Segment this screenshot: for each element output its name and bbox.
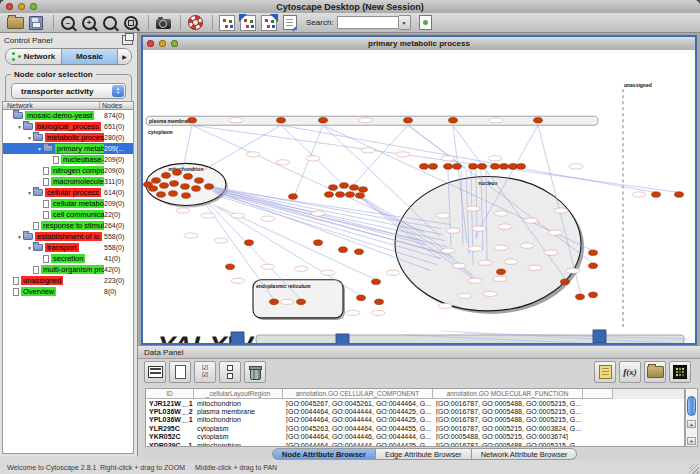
layout-icon-1-button[interactable] [239, 14, 257, 32]
network-node[interactable] [453, 164, 462, 170]
network-node[interactable] [517, 164, 526, 170]
search-dropdown-icon[interactable]: ▼ [399, 15, 411, 30]
network-node[interactable] [192, 186, 201, 192]
column-header-_cellularLayoutRegion[interactable]: _cellularLayoutRegion [194, 389, 283, 399]
select-attributes-icon-button[interactable] [194, 361, 216, 383]
network-view-titlebar[interactable]: primary metabolic process [143, 37, 695, 51]
search-input[interactable] [337, 16, 399, 29]
network-node[interactable] [152, 178, 161, 184]
network-node[interactable] [350, 185, 359, 191]
network-node[interactable] [184, 174, 193, 180]
network-node[interactable] [340, 183, 349, 189]
frame-minimize-icon[interactable] [159, 40, 166, 47]
network-canvas[interactable]: plasma membranecytoplasmmitochondrionnuc… [143, 50, 695, 343]
delete-attribute-icon-button[interactable] [244, 361, 266, 383]
table-row[interactable]: YDR039C__1mitochondrion[GO:0044464, GO:0… [146, 441, 684, 447]
column-header-annotation.GO MOLECULAR_FUNCTION[interactable]: annotation.GO MOLECULAR_FUNCTION [433, 389, 583, 399]
network-node[interactable] [160, 183, 169, 189]
save-session-icon-button[interactable] [27, 14, 45, 32]
zoom-fit-icon-button[interactable] [101, 14, 119, 32]
help-icon-button[interactable] [186, 14, 204, 32]
layout-icon-2-button[interactable] [260, 14, 278, 32]
network-node[interactable] [157, 192, 166, 198]
minimize-window-icon[interactable] [18, 3, 25, 10]
network-node[interactable] [589, 292, 598, 298]
tree-item-cellular-metabo[interactable]: cellular metabo209(0) [3, 198, 133, 209]
network-node[interactable] [509, 164, 518, 170]
network-node[interactable] [314, 240, 323, 246]
tree-item-primary-metabo[interactable]: ▼primary metabo209(... [3, 143, 133, 154]
scroll-up-icon[interactable]: ▲ [687, 420, 696, 428]
network-node[interactable] [359, 187, 368, 193]
open-session-icon-button[interactable] [6, 14, 24, 32]
tab-overflow-arrow-icon[interactable]: ▶ [118, 49, 131, 64]
plugin-icon-button[interactable] [417, 14, 435, 32]
network-node[interactable] [277, 117, 286, 123]
table-row[interactable]: YPL036W__2plasma membrane[GO:0044464, GO… [146, 407, 684, 415]
network-node[interactable] [144, 182, 153, 188]
network-node[interactable] [429, 164, 438, 170]
network-node[interactable] [181, 184, 190, 190]
network-node[interactable] [226, 264, 235, 270]
network-node[interactable] [491, 164, 500, 170]
network-node[interactable] [444, 164, 453, 170]
annotation-icon-button[interactable] [281, 14, 299, 32]
network-node[interactable] [339, 247, 348, 253]
strip-selected-node[interactable] [231, 332, 244, 343]
expand-arrow-icon[interactable]: ▼ [16, 124, 23, 130]
network-node[interactable] [404, 117, 413, 123]
matrix-view-icon-button[interactable] [669, 361, 691, 383]
tree-item-overview[interactable]: Overview8(0) [3, 286, 133, 297]
network-node[interactable] [162, 173, 171, 179]
network-node[interactable] [355, 249, 364, 255]
network-node[interactable] [589, 263, 598, 269]
tree-item-response-to-stimulu[interactable]: response to stimulu264(0) [3, 220, 133, 231]
network-node[interactable] [170, 181, 179, 187]
network-node[interactable] [325, 192, 334, 198]
scrollbar-thumb[interactable] [687, 396, 696, 416]
table-row[interactable]: YPL036W__1mitochondrion[GO:0044464, GO:0… [146, 416, 684, 424]
expand-arrow-icon[interactable]: ▼ [26, 245, 33, 251]
tab-mosaic[interactable]: Mosaic [62, 49, 118, 64]
network-node[interactable] [478, 164, 487, 170]
notes-icon-button[interactable] [594, 361, 616, 383]
zoom-selected-icon-button[interactable] [122, 14, 140, 32]
table-row[interactable]: YLR295Ccytoplasm[GO:0045263, GO:0044464,… [146, 424, 684, 432]
network-node[interactable] [336, 192, 345, 198]
network-node[interactable] [420, 164, 429, 170]
tree-item-macromolecule[interactable]: macromolecule311(0) [3, 176, 133, 187]
network-node[interactable] [270, 299, 279, 305]
window-titlebar[interactable]: Cytoscape Desktop (New Session) [0, 0, 700, 14]
network-node[interactable] [497, 269, 506, 275]
tree-item-unassigned[interactable]: unassigned223(0) [3, 275, 133, 286]
scroll-down-icon[interactable]: ▼ [687, 437, 696, 445]
zoom-in-icon-button[interactable] [80, 14, 98, 32]
network-node[interactable] [675, 192, 684, 198]
network-node[interactable] [205, 184, 214, 190]
column-header-annotation.GO CELLULAR_COMPONENT[interactable]: annotation.GO CELLULAR_COMPONENT [283, 389, 433, 399]
network-node[interactable] [589, 250, 598, 256]
table-scrollbar[interactable]: ▲ ▼ [685, 388, 698, 447]
tree-item-mosaic-demo-yeast[interactable]: mosaic-demo-yeast874(0) [3, 110, 133, 121]
node-color-dropdown[interactable]: transporter activity ▲▼ [11, 83, 126, 99]
network-node[interactable] [469, 164, 478, 170]
network-node[interactable] [652, 192, 661, 198]
network-node[interactable] [169, 191, 178, 197]
tree-item-nucleobase-[interactable]: nucleobase-209(0) [3, 154, 133, 165]
network-node[interactable] [372, 279, 381, 285]
zoom-out-icon-button[interactable] [59, 14, 77, 32]
vizmapper-icon-button[interactable] [218, 14, 236, 32]
snapshot-icon-button[interactable] [154, 14, 172, 32]
network-node[interactable] [346, 192, 355, 198]
column-header-empty[interactable] [583, 389, 613, 399]
network-node[interactable] [289, 194, 298, 200]
tree-item-metabolic-process[interactable]: ▼metabolic process280(0) [3, 132, 133, 143]
network-node[interactable] [319, 117, 328, 123]
unselect-attributes-icon-button[interactable] [219, 361, 241, 383]
network-node[interactable] [576, 294, 585, 300]
table-row[interactable]: YJR121W__1mitochondrion[GO:0045267, GO:0… [146, 399, 684, 407]
tab-node-attribute-browser[interactable]: Node Attribute Browser [272, 448, 376, 460]
tree-item-biological-process[interactable]: ▼biological_process651(0) [3, 121, 133, 132]
network-node[interactable] [182, 193, 191, 199]
column-header-ID[interactable]: ID [146, 389, 194, 399]
